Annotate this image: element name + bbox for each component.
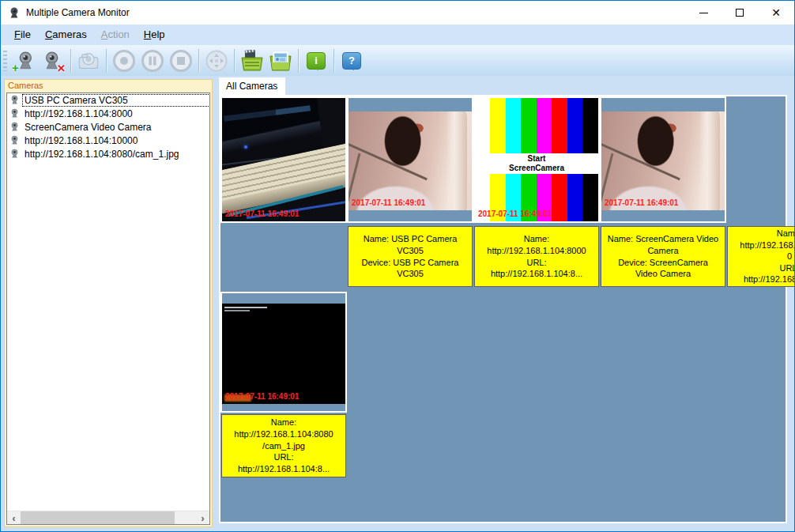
maximize-icon bbox=[736, 9, 744, 17]
webcam-icon bbox=[9, 108, 20, 119]
titlebar: Multiple Camera Monitor ✕ bbox=[1, 1, 794, 25]
camera-name: http://192.168.1.104:8080/cam_1.jpg bbox=[23, 149, 181, 160]
camera-video-frame: 2017-07-11 16:49:01 bbox=[222, 304, 345, 404]
camera-thumbnail-1[interactable]: 2017-07-11 16:49:01 bbox=[220, 96, 347, 223]
webcam-icon bbox=[9, 135, 20, 145]
scroll-left-arrow-icon[interactable]: ‹ bbox=[7, 511, 21, 525]
camera-name: http://192.168.1.104:10000 bbox=[23, 135, 139, 146]
sidebar-header: Cameras bbox=[5, 80, 212, 92]
webcam-icon bbox=[9, 95, 20, 105]
menu-help[interactable]: Help bbox=[137, 25, 172, 45]
help-icon: ? bbox=[342, 52, 361, 70]
camera-info-label-1: Name: USB PC Camera VC305 Device: USB PC… bbox=[348, 226, 473, 287]
snapshot-camera-button bbox=[75, 47, 102, 74]
photo-camera-icon bbox=[77, 51, 100, 71]
camera-video-frame: 2017-07-11 16:49:01 bbox=[222, 98, 345, 221]
ptz-pad-icon bbox=[205, 49, 228, 73]
camera-info-label-5: Name: http://192.168.1.104:8080 /cam_1.j… bbox=[221, 414, 346, 477]
camera-info-label-4: Name: http://192.168.1.104:1000 0 URL: h… bbox=[727, 226, 795, 287]
timestamp-overlay: 2017-07-11 16:49:01 bbox=[225, 209, 299, 218]
tab-all-cameras[interactable]: All Cameras bbox=[219, 77, 285, 95]
camera-list-item[interactable]: ScreenCamera Video Camera bbox=[7, 120, 209, 134]
camera-thumbnail-3[interactable]: Start ScreenCamera 2017-07-11 16:49:01 bbox=[473, 96, 600, 223]
camera-info-label-3: Name: ScreenCamera Video Camera Device: … bbox=[601, 226, 725, 287]
minimize-button[interactable] bbox=[685, 1, 722, 25]
scrollbar-thumb[interactable] bbox=[21, 511, 175, 525]
app-window: Multiple Camera Monitor ✕ File Cameras A… bbox=[0, 0, 795, 532]
camera-name: USB PC Camera VC305 bbox=[23, 95, 209, 106]
toolbar-separator bbox=[234, 49, 235, 73]
timestamp-overlay: 2017-07-11 16:49:01 bbox=[225, 392, 299, 401]
camera-video-frame: 2017-07-11 16:49:01 bbox=[349, 111, 472, 210]
toolbar-separator bbox=[70, 49, 71, 73]
pause-button bbox=[139, 47, 166, 74]
timestamp-overlay: 2017-07-11 16:49:01 bbox=[352, 198, 425, 207]
help-button[interactable]: ? bbox=[338, 47, 365, 74]
minimize-icon bbox=[699, 13, 708, 13]
camera-grid: 2017-07-11 16:49:01 Name: USB PC Camera … bbox=[220, 96, 786, 522]
camera-thumbnail-2[interactable]: 2017-07-11 16:49:01 bbox=[347, 96, 473, 223]
webcam-icon bbox=[9, 122, 20, 132]
scrollbar-track[interactable] bbox=[21, 511, 196, 524]
camera-video-frame: Start ScreenCamera 2017-07-11 16:49:01 bbox=[475, 98, 598, 221]
video-archive-icon bbox=[240, 50, 264, 72]
horizontal-scrollbar[interactable]: ‹ › bbox=[7, 511, 209, 524]
webcam-icon bbox=[9, 149, 20, 159]
scroll-right-arrow-icon[interactable]: › bbox=[196, 511, 209, 525]
all-cameras-panel: 2017-07-11 16:49:01 Name: USB PC Camera … bbox=[219, 95, 787, 523]
toolbar: + ✕ bbox=[1, 45, 794, 76]
menu-action: Action bbox=[94, 25, 137, 45]
camera-info-label-2: Name: http://192.168.1.104:8000 URL: htt… bbox=[474, 226, 599, 287]
camera-thumbnail-5[interactable]: 2017-07-11 16:49:01 bbox=[220, 292, 347, 413]
app-logo-icon bbox=[8, 6, 21, 19]
camera-list-item[interactable]: http://192.168.1.104:8000 bbox=[7, 107, 209, 120]
add-camera-button[interactable]: + bbox=[11, 47, 38, 74]
camera-list-item[interactable]: http://192.168.1.104:10000 bbox=[7, 134, 209, 147]
timestamp-overlay: 2017-07-11 16:49:01 bbox=[478, 209, 552, 218]
camera-thumbnail-4[interactable]: 2017-07-11 16:49:01 bbox=[600, 96, 726, 223]
menu-cameras[interactable]: Cameras bbox=[38, 25, 94, 45]
x-icon: ✕ bbox=[57, 63, 66, 74]
camera-list-item[interactable]: USB PC Camera VC305 bbox=[7, 93, 209, 107]
maximize-button[interactable] bbox=[722, 1, 758, 25]
camera-sidebar: Cameras USB PC Camera VC305 http://192.1… bbox=[4, 79, 213, 527]
camera-video-frame: 2017-07-11 16:49:01 bbox=[601, 111, 725, 210]
stop-icon bbox=[169, 49, 193, 73]
ptz-control-button bbox=[203, 47, 230, 74]
camera-list-item[interactable]: http://192.168.1.104:8080/cam_1.jpg bbox=[7, 147, 209, 160]
timestamp-overlay: 2017-07-11 16:49:01 bbox=[605, 198, 678, 207]
toolbar-separator bbox=[298, 49, 299, 73]
close-icon: ✕ bbox=[771, 6, 781, 19]
colorbars-caption: Start ScreenCamera bbox=[475, 153, 598, 174]
record-button bbox=[111, 47, 138, 74]
image-archive-icon bbox=[269, 50, 292, 72]
plus-icon: + bbox=[12, 62, 19, 74]
info-icon: i bbox=[307, 52, 326, 70]
menu-file[interactable]: File bbox=[7, 25, 38, 45]
stop-button bbox=[168, 47, 194, 74]
record-icon bbox=[112, 49, 136, 73]
menu-bar: File Cameras Action Help bbox=[1, 25, 794, 45]
window-title: Multiple Camera Monitor bbox=[26, 7, 130, 18]
remove-camera-button[interactable]: ✕ bbox=[40, 47, 66, 74]
info-button[interactable]: i bbox=[303, 47, 330, 74]
toolbar-grip[interactable] bbox=[3, 51, 7, 71]
image-archive-button[interactable] bbox=[267, 47, 294, 74]
toolbar-separator bbox=[333, 49, 334, 73]
pause-icon bbox=[141, 49, 164, 73]
toolbar-separator bbox=[198, 49, 199, 73]
camera-name: http://192.168.1.104:8000 bbox=[23, 108, 134, 119]
close-button[interactable]: ✕ bbox=[758, 1, 794, 25]
video-archive-button[interactable] bbox=[239, 47, 266, 74]
toolbar-separator bbox=[106, 49, 107, 73]
camera-list: USB PC Camera VC305 http://192.168.1.104… bbox=[6, 92, 210, 525]
camera-name: ScreenCamera Video Camera bbox=[23, 122, 153, 133]
